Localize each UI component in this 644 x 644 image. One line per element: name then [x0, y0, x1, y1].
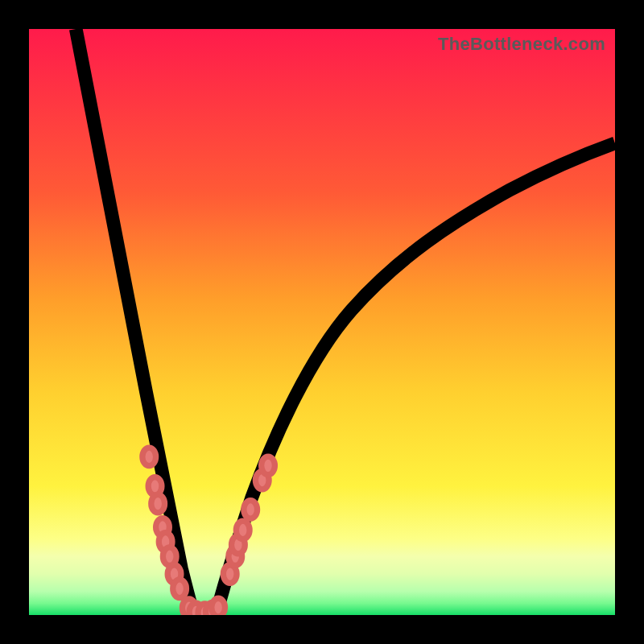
bottleneck-curve — [29, 29, 615, 615]
curve-left-branch — [76, 29, 193, 613]
curve-dot — [142, 448, 156, 466]
chart-stage: TheBottleneck.com — [0, 0, 644, 644]
curve-dot — [262, 456, 275, 475]
plot-area: TheBottleneck.com — [29, 29, 615, 615]
curve-dot — [236, 521, 250, 539]
curve-right-branch — [217, 143, 615, 613]
curve-dot — [212, 598, 225, 615]
curve-dot — [151, 494, 165, 513]
curve-dot — [173, 580, 187, 598]
brand-watermark: TheBottleneck.com — [438, 34, 605, 55]
curve-dot — [244, 501, 258, 519]
